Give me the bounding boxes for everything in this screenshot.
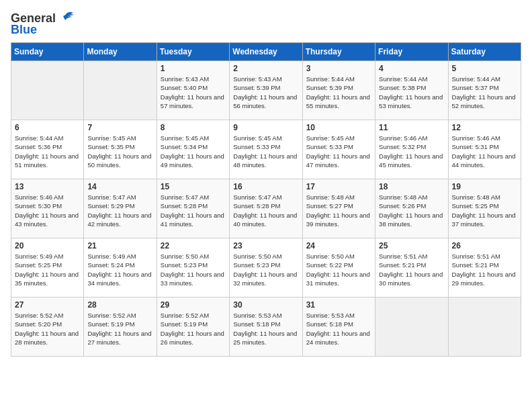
logo: General Blue [11,11,76,37]
day-number: 18 [379,182,444,191]
calendar-week-row: 6Sunrise: 5:44 AM Sunset: 5:36 PM Daylig… [11,120,521,179]
day-info: Sunrise: 5:44 AM Sunset: 5:39 PM Dayligh… [306,75,371,110]
day-info: Sunrise: 5:50 AM Sunset: 5:22 PM Dayligh… [306,252,371,287]
calendar-cell [448,298,521,357]
calendar-cell: 26Sunrise: 5:51 AM Sunset: 5:21 PM Dayli… [448,238,521,298]
calendar-cell: 1Sunrise: 5:43 AM Sunset: 5:40 PM Daylig… [157,61,229,120]
day-header-tuesday: Tuesday [157,43,229,61]
day-info: Sunrise: 5:45 AM Sunset: 5:33 PM Dayligh… [306,134,371,169]
calendar-cell: 27Sunrise: 5:52 AM Sunset: 5:20 PM Dayli… [11,298,84,357]
calendar-cell: 10Sunrise: 5:45 AM Sunset: 5:33 PM Dayli… [302,120,375,179]
calendar-cell: 12Sunrise: 5:46 AM Sunset: 5:31 PM Dayli… [448,120,521,179]
day-info: Sunrise: 5:51 AM Sunset: 5:21 PM Dayligh… [452,252,517,287]
day-info: Sunrise: 5:48 AM Sunset: 5:27 PM Dayligh… [306,193,371,228]
day-number: 23 [233,241,298,250]
day-info: Sunrise: 5:44 AM Sunset: 5:37 PM Dayligh… [452,75,517,110]
day-header-monday: Monday [84,43,157,61]
day-info: Sunrise: 5:53 AM Sunset: 5:18 PM Dayligh… [233,311,298,347]
calendar-cell: 28Sunrise: 5:52 AM Sunset: 5:19 PM Dayli… [84,298,157,357]
day-number: 17 [306,182,371,191]
day-info: Sunrise: 5:45 AM Sunset: 5:33 PM Dayligh… [233,134,298,169]
day-info: Sunrise: 5:49 AM Sunset: 5:25 PM Dayligh… [15,252,80,287]
day-info: Sunrise: 5:50 AM Sunset: 5:23 PM Dayligh… [233,252,298,287]
calendar-week-row: 27Sunrise: 5:52 AM Sunset: 5:20 PM Dayli… [11,298,521,357]
day-number: 22 [161,241,226,250]
calendar-cell: 18Sunrise: 5:48 AM Sunset: 5:26 PM Dayli… [375,179,448,238]
calendar-cell: 11Sunrise: 5:46 AM Sunset: 5:32 PM Dayli… [375,120,448,179]
calendar-cell: 2Sunrise: 5:43 AM Sunset: 5:39 PM Daylig… [230,61,302,120]
day-number: 16 [233,182,298,191]
calendar-cell: 23Sunrise: 5:50 AM Sunset: 5:23 PM Dayli… [230,238,302,298]
day-info: Sunrise: 5:50 AM Sunset: 5:23 PM Dayligh… [161,252,226,287]
day-number: 11 [379,123,444,132]
day-info: Sunrise: 5:48 AM Sunset: 5:25 PM Dayligh… [452,193,517,228]
day-number: 13 [15,182,80,191]
calendar-cell: 15Sunrise: 5:47 AM Sunset: 5:28 PM Dayli… [157,179,229,238]
day-number: 31 [306,300,371,310]
calendar-cell: 30Sunrise: 5:53 AM Sunset: 5:18 PM Dayli… [230,298,302,357]
day-info: Sunrise: 5:45 AM Sunset: 5:35 PM Dayligh… [87,134,152,169]
calendar-cell: 17Sunrise: 5:48 AM Sunset: 5:27 PM Dayli… [302,179,375,238]
day-info: Sunrise: 5:52 AM Sunset: 5:20 PM Dayligh… [15,311,80,347]
day-number: 10 [306,123,371,132]
day-info: Sunrise: 5:52 AM Sunset: 5:19 PM Dayligh… [161,311,226,347]
day-number: 6 [15,123,80,132]
calendar-table: SundayMondayTuesdayWednesdayThursdayFrid… [11,42,521,357]
day-number: 2 [233,64,298,73]
calendar-cell: 9Sunrise: 5:45 AM Sunset: 5:33 PM Daylig… [230,120,302,179]
calendar-cell: 16Sunrise: 5:47 AM Sunset: 5:28 PM Dayli… [230,179,302,238]
calendar-cell: 13Sunrise: 5:46 AM Sunset: 5:30 PM Dayli… [11,179,84,238]
day-number: 4 [379,64,444,73]
calendar-cell: 22Sunrise: 5:50 AM Sunset: 5:23 PM Dayli… [157,238,229,298]
day-number: 1 [161,64,226,73]
day-info: Sunrise: 5:46 AM Sunset: 5:32 PM Dayligh… [379,134,444,169]
calendar-week-row: 1Sunrise: 5:43 AM Sunset: 5:40 PM Daylig… [11,61,521,120]
day-number: 8 [161,123,226,132]
calendar-week-row: 20Sunrise: 5:49 AM Sunset: 5:25 PM Dayli… [11,238,521,298]
day-number: 15 [161,182,226,191]
calendar-cell: 25Sunrise: 5:51 AM Sunset: 5:21 PM Dayli… [375,238,448,298]
day-info: Sunrise: 5:51 AM Sunset: 5:21 PM Dayligh… [379,252,444,287]
calendar-cell: 6Sunrise: 5:44 AM Sunset: 5:36 PM Daylig… [11,120,84,179]
calendar-cell: 29Sunrise: 5:52 AM Sunset: 5:19 PM Dayli… [157,298,229,357]
calendar-cell: 4Sunrise: 5:44 AM Sunset: 5:38 PM Daylig… [375,61,448,120]
day-info: Sunrise: 5:43 AM Sunset: 5:39 PM Dayligh… [233,75,298,110]
calendar-cell: 20Sunrise: 5:49 AM Sunset: 5:25 PM Dayli… [11,238,84,298]
calendar-cell: 21Sunrise: 5:49 AM Sunset: 5:24 PM Dayli… [84,238,157,298]
day-number: 14 [87,182,152,191]
day-number: 20 [15,241,80,250]
day-number: 25 [379,241,444,250]
day-number: 27 [15,300,80,310]
day-info: Sunrise: 5:47 AM Sunset: 5:28 PM Dayligh… [233,193,298,228]
day-number: 24 [306,241,371,250]
day-number: 28 [87,300,152,310]
day-info: Sunrise: 5:47 AM Sunset: 5:29 PM Dayligh… [87,193,152,228]
day-number: 29 [161,300,226,310]
calendar-cell: 7Sunrise: 5:45 AM Sunset: 5:35 PM Daylig… [84,120,157,179]
calendar-cell: 14Sunrise: 5:47 AM Sunset: 5:29 PM Dayli… [84,179,157,238]
day-info: Sunrise: 5:45 AM Sunset: 5:34 PM Dayligh… [161,134,226,169]
calendar-cell [375,298,448,357]
day-info: Sunrise: 5:43 AM Sunset: 5:40 PM Dayligh… [161,75,226,110]
logo-blue-text: Blue [11,23,37,37]
day-number: 12 [452,123,517,132]
day-number: 26 [452,241,517,250]
calendar-week-row: 13Sunrise: 5:46 AM Sunset: 5:30 PM Dayli… [11,179,521,238]
page-header: General Blue [11,11,521,37]
calendar-cell [11,61,84,120]
day-info: Sunrise: 5:47 AM Sunset: 5:28 PM Dayligh… [161,193,226,228]
day-info: Sunrise: 5:49 AM Sunset: 5:24 PM Dayligh… [87,252,152,287]
day-number: 21 [87,241,152,250]
calendar-cell: 5Sunrise: 5:44 AM Sunset: 5:37 PM Daylig… [448,61,521,120]
day-info: Sunrise: 5:48 AM Sunset: 5:26 PM Dayligh… [379,193,444,228]
day-number: 9 [233,123,298,132]
day-info: Sunrise: 5:52 AM Sunset: 5:19 PM Dayligh… [87,311,152,347]
day-info: Sunrise: 5:44 AM Sunset: 5:36 PM Dayligh… [15,134,80,169]
calendar-cell: 3Sunrise: 5:44 AM Sunset: 5:39 PM Daylig… [302,61,375,120]
calendar-cell: 19Sunrise: 5:48 AM Sunset: 5:25 PM Dayli… [448,179,521,238]
day-header-saturday: Saturday [448,43,521,61]
calendar-header-row: SundayMondayTuesdayWednesdayThursdayFrid… [11,43,521,61]
calendar-cell: 8Sunrise: 5:45 AM Sunset: 5:34 PM Daylig… [157,120,229,179]
day-info: Sunrise: 5:46 AM Sunset: 5:31 PM Dayligh… [452,134,517,169]
day-number: 30 [233,300,298,310]
